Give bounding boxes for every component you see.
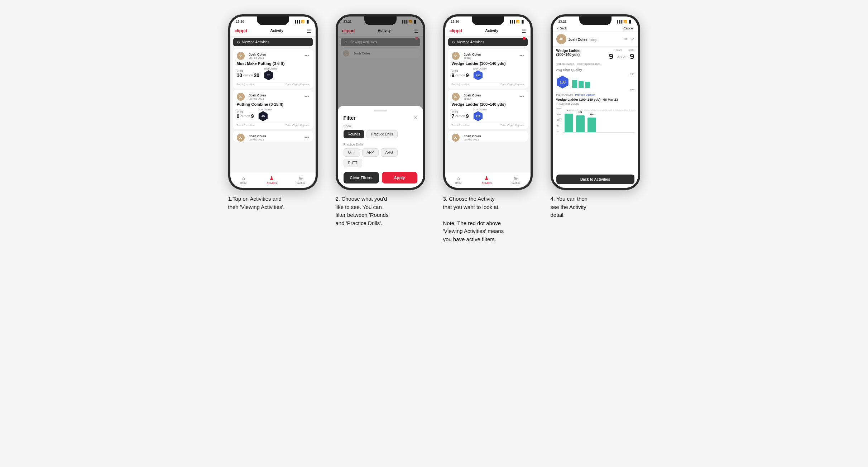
card-footer-1-1: Test Information Data: Clippd Capture (237, 82, 309, 86)
activity-banner-3[interactable]: ⚙ Viewing Activities (448, 38, 528, 46)
menu-icon-3[interactable]: ☰ (522, 28, 526, 34)
back-to-activities-btn-4[interactable]: Back to Activities (556, 175, 634, 184)
card-stats-3-1: Score 9 OUT OF 9 Shot Quality 130 (452, 67, 524, 80)
phone-1-col: 13:20 ▐▐▐ 📶 ▐▌ clippd Activity ☰ ⚙ Vi (225, 14, 321, 211)
user-name-3-1: Josh Coles (464, 53, 481, 56)
score-num-3-1: 9 (452, 72, 455, 78)
activities-label-3: Activities (482, 182, 492, 184)
quality-label-3-2: Shot Quality (473, 108, 486, 111)
pill-putt[interactable]: PUTT (344, 159, 362, 167)
score-values-4: 9 OUT OF 9 (609, 52, 634, 61)
chart-top-label-4: 130 (572, 73, 634, 76)
dots-3-2[interactable]: ••• (519, 94, 524, 99)
clear-filters-button[interactable]: Clear Filters (344, 172, 379, 184)
big-score-4: 9 (609, 52, 613, 61)
user-date-3-3: 28 Feb 2023 (464, 138, 481, 141)
time-1: 13:20 (236, 20, 244, 23)
quality-badge-1-2: 45 (258, 111, 268, 121)
nav-bar-3: clippd Activity ☰ (445, 25, 531, 37)
score-group-3-2: Score 7 OUT OF 9 (452, 110, 469, 119)
avatar-3-2: JC (452, 93, 460, 101)
avg-shot-title-4: Avg Shot Quality (556, 68, 634, 72)
capture-icon-1: ⊕ (299, 175, 303, 181)
footer-right-3-2: Data: Clippd Capture (500, 124, 524, 127)
score-labels-4: Score Shots (609, 49, 634, 51)
status-bar-4: 13:21 ▐▐▐ 📶 ▐▌ (553, 16, 638, 25)
avg-hex-4: 130 (556, 76, 569, 89)
bar-chart-1-4: 132 (565, 114, 573, 132)
activity-card-3-2[interactable]: JC Josh Coles Today ••• Wedge Ladder (10… (448, 90, 528, 129)
mini-chart-4: 130 APP (572, 73, 634, 91)
dots-1-3[interactable]: ••• (304, 135, 309, 140)
nav-home-3[interactable]: ⌂ Home (455, 175, 462, 184)
activity-card-3-1[interactable]: JC Josh Coles Today ••• Wedge Ladder (10… (448, 49, 528, 89)
shots-num-3-1: 9 (466, 72, 469, 78)
phone-4-col: 13:21 ▐▐▐ 📶 ▐▌ < Back Cancel JC (547, 14, 644, 219)
user-row-3-3: JC Josh Coles 28 Feb 2023 (452, 134, 481, 142)
nav-home-1[interactable]: ⌂ Home (240, 175, 247, 184)
cancel-button-4[interactable]: Cancel (623, 27, 633, 30)
user-date-1-3: 28 Feb 2023 (249, 138, 266, 141)
drills-label: Practice Drills (344, 143, 417, 146)
dots-1-1[interactable]: ••• (304, 53, 309, 58)
pill-arg[interactable]: ARG (381, 148, 398, 157)
capture-icon-3: ⊕ (514, 175, 518, 181)
big-shots-4: 9 (630, 52, 634, 61)
caption-4: 4. You can thensee the Activitydetail. (551, 195, 640, 219)
battery-icon-3: ▐▌ (521, 20, 524, 23)
apply-button[interactable]: Apply (382, 172, 417, 184)
avatar-1-3: JC (237, 134, 245, 142)
status-icons-3: ▐▐▐ 📶 ▐▌ (509, 20, 524, 23)
y-100: 100 (557, 119, 561, 121)
score-num-1-1: 10 (237, 72, 243, 78)
caption-3: 3. Choose the Activitythat you want to l… (443, 195, 533, 243)
status-bar-1: 13:20 ▐▐▐ 📶 ▐▌ (230, 16, 316, 25)
pill-app[interactable]: APP (362, 148, 379, 157)
quality-badge-3-2: 118 (473, 111, 483, 121)
drill-chart-title-4: Wedge Ladder (100–140 yds) - 06 Mar 23 (556, 98, 634, 101)
nav-capture-1[interactable]: ⊕ Capture (297, 175, 306, 184)
activity-card-1-3[interactable]: JC Josh Coles 28 Feb 2023 ••• (233, 131, 313, 142)
drill-pills: OTT APP ARG PUTT (344, 148, 417, 167)
nav-activities-1[interactable]: ♟ Activities (267, 175, 277, 184)
footer-left-3-2: Test Information (452, 124, 470, 127)
dots-3-1[interactable]: ••• (519, 53, 524, 58)
wifi-icon-4: 📶 (623, 20, 627, 23)
expand-icon-4[interactable]: ⤢ (631, 37, 634, 42)
phone-1-screen: 13:20 ▐▐▐ 📶 ▐▌ clippd Activity ☰ ⚙ Vi (230, 16, 316, 188)
nav-activities-3[interactable]: ♟ Activities (482, 175, 492, 184)
card-footer-1-2: Test Information Data: Clippd Capture (237, 123, 309, 127)
edit-icon-4[interactable]: ✏ (624, 37, 628, 42)
phone-2: 13:21 ▐▐▐ 📶 ▐▌ clippd Activity ☰ ⚙ Vi (336, 14, 425, 190)
activity-card-1-1[interactable]: JC Josh Coles 28 Feb 2023 ••• Must Make … (233, 49, 313, 89)
bar-chart-2-4: 129 (576, 115, 585, 132)
detail-user-date-4: Today (589, 38, 596, 42)
dots-1-2[interactable]: ••• (304, 94, 309, 99)
activity-banner-1[interactable]: ⚙ Viewing Activities (233, 38, 313, 46)
pill-practice-drills[interactable]: Practice Drills (366, 130, 398, 138)
banner-text-1: Viewing Activities (242, 40, 270, 44)
activities-label-1: Activities (267, 182, 277, 184)
card-stats-1-1: Score 10 OUT OF 20 Shot Quality 75 (237, 67, 309, 80)
detail-avatar-4: JC (556, 34, 566, 44)
close-icon-filter[interactable]: ✕ (414, 115, 417, 120)
card-footer-3-1: Test Information Data: Clippd Capture (452, 82, 524, 86)
back-button-4[interactable]: < Back (557, 27, 567, 30)
menu-icon-1[interactable]: ☰ (307, 28, 311, 34)
y-120: 120 (557, 113, 561, 115)
drill-chart-subtitle-4: ··· Avg Shot Quality (556, 102, 634, 105)
quality-label-3-1: Shot Quality (473, 67, 486, 70)
pill-ott[interactable]: OTT (344, 148, 360, 157)
card-footer-3-2: Test Information Data: Clippd Capture (452, 123, 524, 127)
screen-content-1: JC Josh Coles 28 Feb 2023 ••• Must Make … (230, 48, 316, 188)
pill-rounds[interactable]: Rounds (344, 130, 364, 138)
practice-session-link-4[interactable]: Practice Session (575, 93, 595, 96)
x-label-app-4: APP (630, 89, 634, 91)
nav-capture-3[interactable]: ⊕ Capture (512, 175, 521, 184)
out-of-1-1: OUT OF (243, 74, 253, 77)
card-header-1-3: JC Josh Coles 28 Feb 2023 ••• (237, 134, 309, 142)
chart-bars-4 (572, 76, 634, 88)
score-value-1-1: 10 OUT OF 20 (237, 72, 259, 78)
activity-card-3-3[interactable]: JC Josh Coles 28 Feb 2023 (448, 131, 528, 142)
activity-card-1-2[interactable]: JC Josh Coles 28 Feb 2023 ••• Putting Co… (233, 90, 313, 129)
